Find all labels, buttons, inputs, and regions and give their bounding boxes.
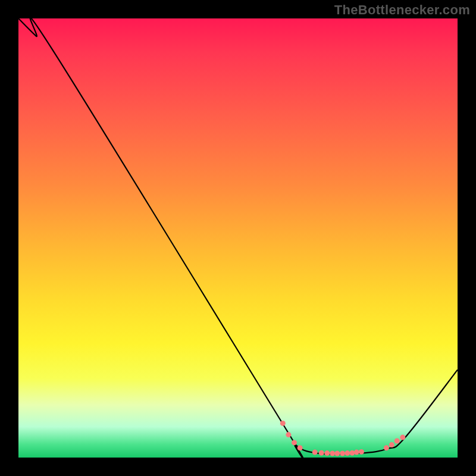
data-point [330,451,335,456]
attribution-text: TheBottlenecker.com [334,2,470,18]
data-point [359,449,364,455]
data-point [298,445,303,450]
bottleneck-curve-svg [18,18,458,458]
data-point [340,451,345,456]
data-point [389,442,394,447]
data-point [334,451,340,456]
data-point [312,450,318,455]
data-point [394,439,400,444]
data-point [400,435,405,440]
data-point [286,432,291,437]
data-point [280,421,286,426]
chart-frame: TheBottlenecker.com [0,0,476,476]
data-point [319,450,324,456]
data-point [292,440,297,445]
data-point [354,450,359,455]
data-point [345,450,350,456]
data-point [384,445,389,450]
plot-area [18,18,458,458]
data-point [324,450,330,456]
bottleneck-curve [18,18,458,458]
